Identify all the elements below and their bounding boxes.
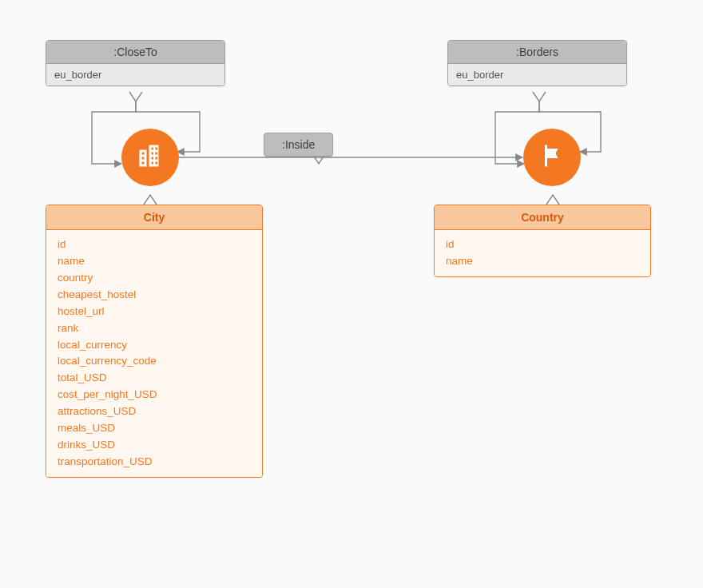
property-item: name	[446, 253, 639, 270]
entity-country-properties: id name	[435, 230, 650, 276]
relationship-borders: :Borders eu_border	[447, 40, 627, 86]
property-item: name	[58, 253, 251, 270]
property-item: attractions_USD	[58, 403, 251, 420]
relationship-borders-property: eu_border	[448, 64, 626, 85]
entity-country: Country id name	[434, 205, 651, 277]
relationship-borders-label: :Borders	[448, 41, 626, 64]
relationship-closeto-label: :CloseTo	[46, 41, 224, 64]
property-item: rank	[58, 320, 251, 337]
property-item: drinks_USD	[58, 437, 251, 454]
property-item: total_USD	[58, 370, 251, 387]
property-item: hostel_url	[58, 304, 251, 320]
buildings-icon	[136, 141, 165, 173]
flag-icon	[538, 141, 566, 173]
node-city	[121, 129, 179, 186]
graph-diagram: :CloseTo eu_border :Borders eu_border :I…	[0, 0, 703, 588]
property-item: meals_USD	[58, 420, 251, 437]
property-item: cheapest_hostel	[58, 287, 251, 304]
relationship-closeto: :CloseTo eu_border	[46, 40, 225, 86]
property-item: id	[446, 236, 639, 253]
node-country	[523, 129, 581, 186]
property-item: country	[58, 270, 251, 287]
property-item: local_currency	[58, 337, 251, 354]
entity-country-title: Country	[435, 205, 650, 230]
entity-city-properties: id name country cheapest_hostel hostel_u…	[46, 230, 262, 477]
property-item: transportation_USD	[58, 454, 251, 471]
property-item: local_currency_code	[58, 353, 251, 370]
relationship-inside-label: :Inside	[264, 133, 333, 157]
property-item: id	[58, 236, 251, 253]
entity-city-title: City	[46, 205, 262, 230]
property-item: cost_per_night_USD	[58, 387, 251, 403]
entity-city: City id name country cheapest_hostel hos…	[46, 205, 263, 478]
relationship-closeto-property: eu_border	[46, 64, 224, 85]
